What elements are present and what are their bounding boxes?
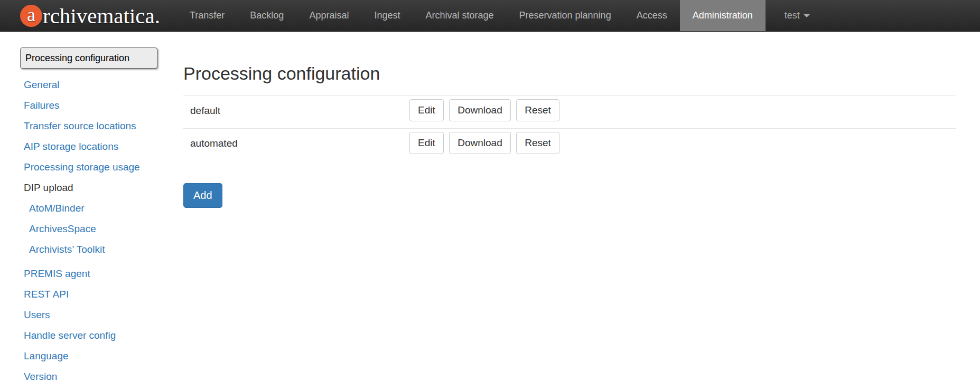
sidebar-link-handle-server-config[interactable]: Handle server config [24,330,116,341]
user-menu-label: test [785,10,800,21]
logo-a-badge: a [20,5,42,27]
sidebar-item-archivists-toolkit: Archivists’ Toolkit [20,240,163,260]
sidebar-link-failures[interactable]: Failures [24,100,60,111]
sidebar-item-processing-configuration[interactable]: Processing configuration [20,47,157,69]
sidebar-link-users[interactable]: Users [24,309,50,320]
sidebar-link-premis-agent[interactable]: PREMIS agent [24,268,90,279]
user-menu[interactable]: test [776,0,818,31]
admin-sidebar: Processing configuration General Failure… [20,47,163,382]
sidebar-link-archivesspace[interactable]: ArchivesSpace [29,223,96,234]
edit-button[interactable]: Edit [409,132,444,154]
page-title: Processing configuration [183,63,956,84]
page-body: Processing configuration General Failure… [0,32,980,382]
logo-text: rchivematica. [43,3,160,28]
nav-item-ingest[interactable]: Ingest [361,0,413,31]
config-name: automated [183,132,409,149]
sidebar-item-version: Version [20,367,163,382]
nav-item-administration[interactable]: Administration [680,0,766,31]
sidebar-link-version[interactable]: Version [24,371,57,382]
download-button[interactable]: Download [449,99,511,121]
add-button[interactable]: Add [183,183,222,208]
download-button[interactable]: Download [449,132,511,154]
sidebar-group-dip-upload: DIP upload [20,178,163,198]
sidebar-item-failures: Failures [20,96,163,116]
sidebar-links: General Failures Transfer source locatio… [20,75,163,382]
nav-item-preservation-planning[interactable]: Preservation planning [507,0,624,31]
sidebar-item-aip-storage-locations: AIP storage locations [20,137,163,157]
config-row-default: default Edit Download Reset [183,96,956,129]
edit-button[interactable]: Edit [409,99,444,121]
sidebar-link-processing-storage-usage[interactable]: Processing storage usage [24,161,140,173]
top-navbar: archivematica. Transfer Backlog Appraisa… [0,0,980,32]
sidebar-item-users: Users [20,305,163,326]
sidebar-item-rest-api: REST API [20,284,163,305]
sidebar-item-atom-binder: AtoM/Binder [20,198,163,219]
sidebar-link-transfer-source-locations[interactable]: Transfer source locations [24,120,136,131]
app-logo[interactable]: archivematica. [20,0,160,31]
sidebar-item-archivesspace: ArchivesSpace [20,219,163,240]
nav-item-transfer[interactable]: Transfer [177,0,237,31]
sidebar-link-aip-storage-locations[interactable]: AIP storage locations [24,141,118,152]
reset-button[interactable]: Reset [516,99,559,121]
nav-item-archival-storage[interactable]: Archival storage [413,0,506,31]
nav-item-backlog[interactable]: Backlog [237,0,296,31]
sidebar-link-archivists-toolkit[interactable]: Archivists’ Toolkit [29,244,105,255]
sidebar-link-atom-binder[interactable]: AtoM/Binder [29,203,85,214]
caret-down-icon [804,14,810,17]
nav-item-access[interactable]: Access [624,0,680,31]
nav-item-appraisal[interactable]: Appraisal [296,0,361,31]
sidebar-link-general[interactable]: General [24,79,60,90]
sidebar-link-language[interactable]: Language [24,350,69,361]
config-actions: Edit Download Reset [409,99,563,121]
sidebar-item-handle-server-config: Handle server config [20,326,163,346]
sidebar-item-general: General [20,75,163,96]
sidebar-item-processing-storage-usage: Processing storage usage [20,157,163,178]
config-actions: Edit Download Reset [409,132,563,154]
sidebar-link-rest-api[interactable]: REST API [24,289,69,300]
main-content: Processing configuration default Edit Do… [183,32,956,208]
main-nav: Transfer Backlog Appraisal Ingest Archiv… [177,0,766,31]
reset-button[interactable]: Reset [516,132,559,154]
sidebar-item-language: Language [20,346,163,367]
config-name: default [183,99,409,117]
config-row-automated: automated Edit Download Reset [183,129,956,161]
sidebar-item-transfer-source-locations: Transfer source locations [20,116,163,137]
sidebar-item-premis-agent: PREMIS agent [20,264,163,284]
